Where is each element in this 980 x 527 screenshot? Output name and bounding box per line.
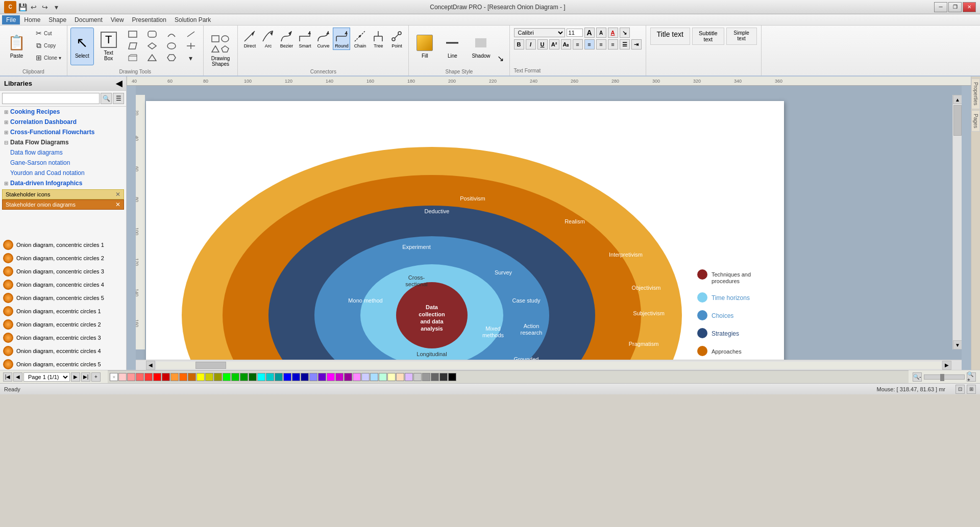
lib-cooking-recipes[interactable]: ⊞ Cooking Recipes: [0, 107, 126, 117]
scroll-thumb-v[interactable]: [953, 105, 962, 136]
color-swatch-21[interactable]: [301, 373, 309, 381]
color-swatch-29[interactable]: [370, 373, 378, 381]
color-swatch-20[interactable]: [292, 373, 300, 381]
superscript-btn[interactable]: A²: [549, 39, 559, 49]
zoom-thumb[interactable]: [940, 374, 944, 381]
color-swatch-24[interactable]: [327, 373, 335, 381]
rounded-rect-btn[interactable]: [143, 30, 161, 41]
color-swatch-13[interactable]: [231, 373, 239, 381]
color-swatch-9[interactable]: [197, 373, 205, 381]
color-swatch-8[interactable]: [188, 373, 196, 381]
search-btn[interactable]: 🔍: [101, 93, 112, 104]
subscript-btn[interactable]: A₂: [561, 39, 571, 49]
minimize-btn[interactable]: ─: [934, 2, 947, 12]
arc-connector-btn[interactable]: Arc: [259, 28, 277, 50]
copy-btn[interactable]: ⧉ Copy: [31, 40, 64, 51]
scrollbar-vertical[interactable]: ▲ ▼: [952, 95, 962, 349]
color-swatch-11[interactable]: [214, 373, 222, 381]
add-page-btn[interactable]: +: [91, 372, 101, 382]
paste-btn[interactable]: 📋 Paste: [3, 28, 30, 65]
color-swatch-32[interactable]: [396, 373, 404, 381]
search-options-btn[interactable]: ☰: [113, 93, 124, 104]
item-onion-cc5[interactable]: Onion diagram, concentric circles 5: [0, 291, 126, 305]
font-color-btn[interactable]: A: [608, 28, 618, 38]
next-page-btn[interactable]: ▶: [71, 372, 80, 382]
line-style-btn[interactable]: Line: [439, 28, 465, 65]
indent-btn[interactable]: ⇥: [631, 39, 642, 49]
parallelogram-btn[interactable]: [124, 41, 142, 53]
scroll-left-btn[interactable]: ◀: [146, 361, 155, 370]
scroll-thumb-h[interactable]: [195, 362, 226, 369]
direct-connector-btn[interactable]: Direct: [241, 28, 258, 50]
save-quick-btn[interactable]: 💾: [17, 2, 28, 12]
item-onion-cc1[interactable]: Onion diagram, concentric circles 1: [0, 238, 126, 252]
first-page-btn[interactable]: |◀: [3, 372, 12, 382]
font-name-select[interactable]: Calibri: [514, 28, 565, 37]
cut-btn[interactable]: ✂ Cut: [31, 28, 64, 39]
cross-btn[interactable]: [182, 41, 200, 53]
color-swatch-38[interactable]: [448, 373, 456, 381]
item-onion-ec2[interactable]: Onion diagram, eccentric circles 2: [0, 318, 126, 331]
shape3-3[interactable]: [162, 53, 181, 64]
simple-text-btn[interactable]: Simpletext: [726, 28, 757, 45]
round-connector-btn[interactable]: Round: [333, 28, 350, 50]
curve-connector-btn[interactable]: Curve: [314, 28, 332, 50]
rect-shape-btn[interactable]: [124, 30, 142, 41]
zoom-in-btn[interactable]: 🔍+: [967, 372, 976, 382]
item-onion-ec1[interactable]: Onion diagram, eccentric circles 1: [0, 305, 126, 318]
color-swatch-19[interactable]: [283, 373, 291, 381]
scroll-down-btn[interactable]: ▼: [953, 340, 962, 349]
color-swatch-26[interactable]: [344, 373, 352, 381]
pages-tab[interactable]: Pages: [971, 110, 980, 132]
color-swatch-37[interactable]: [439, 373, 448, 381]
canvas-area[interactable]: 40 60 80 100 120 140 160 180 200 220 240…: [127, 77, 971, 370]
page-selector[interactable]: Page 1 (1/1): [23, 372, 70, 382]
color-swatch-27[interactable]: [353, 373, 361, 381]
list-btn[interactable]: ☰: [620, 39, 630, 49]
color-swatch-3[interactable]: [144, 373, 153, 381]
restore-btn[interactable]: ❐: [948, 2, 962, 12]
item-onion-ec4[interactable]: Onion diagram, eccentric circles 4: [0, 344, 126, 358]
line-btn[interactable]: [182, 30, 200, 41]
scrollbar-horizontal[interactable]: ◀ ▶: [136, 360, 962, 370]
lib-correlation[interactable]: ⊞ Correlation Dashboard: [0, 117, 126, 127]
color-swatch-15[interactable]: [249, 373, 257, 381]
color-swatch-22[interactable]: [309, 373, 317, 381]
text-format-expand[interactable]: ↘: [620, 28, 630, 38]
underline-btn[interactable]: U: [537, 39, 548, 49]
item-onion-cc2[interactable]: Onion diagram, concentric circles 2: [0, 252, 126, 265]
align-center-btn[interactable]: ≡: [584, 39, 595, 49]
color-swatch-34[interactable]: [413, 373, 422, 381]
circle-btn[interactable]: [162, 41, 181, 53]
font-size-decrease-btn[interactable]: A: [596, 28, 606, 38]
item-onion-ec3[interactable]: Onion diagram, eccentric circles 3: [0, 331, 126, 344]
color-swatch-31[interactable]: [387, 373, 396, 381]
subtitle-text-btn[interactable]: Subtitletext: [692, 28, 724, 45]
menu-shape[interactable]: Shape: [44, 15, 70, 24]
point-connector-btn[interactable]: Point: [388, 28, 405, 50]
tree-connector-btn[interactable]: Tree: [370, 28, 387, 50]
zoom-to-selection-btn[interactable]: ⊞: [967, 385, 976, 394]
zoom-slider[interactable]: [924, 374, 965, 380]
shape3-1[interactable]: [124, 53, 142, 64]
color-swatch-12[interactable]: [223, 373, 231, 381]
canvas-page[interactable]: Data collection and data analysis Cross-…: [146, 101, 784, 360]
color-swatch-33[interactable]: [405, 373, 413, 381]
diamond-btn[interactable]: [143, 41, 161, 53]
lib-data-flow-sub1[interactable]: Data flow diagrams: [0, 147, 126, 158]
item-onion-ec5[interactable]: Onion diagram, eccentric circles 5: [0, 358, 126, 370]
color-swatch-5[interactable]: [162, 373, 170, 381]
color-swatch-eraser[interactable]: ✕: [110, 373, 118, 381]
menu-solution-park[interactable]: Solution Park: [170, 15, 215, 24]
arc-shape-btn[interactable]: [162, 30, 181, 41]
color-swatch-28[interactable]: [361, 373, 370, 381]
drawing-shapes-btn[interactable]: DrawingShapes: [207, 32, 235, 69]
zoom-out-btn[interactable]: 🔍-: [913, 372, 922, 382]
color-swatch-17[interactable]: [266, 373, 274, 381]
undo-quick-btn[interactable]: ↩: [29, 2, 39, 12]
smart-connector-btn[interactable]: Smart: [296, 28, 313, 50]
color-swatch-4[interactable]: [153, 373, 161, 381]
scroll-right-btn[interactable]: ▶: [942, 361, 951, 370]
title-text-btn[interactable]: Title text: [650, 28, 690, 45]
color-swatch-23[interactable]: [318, 373, 326, 381]
